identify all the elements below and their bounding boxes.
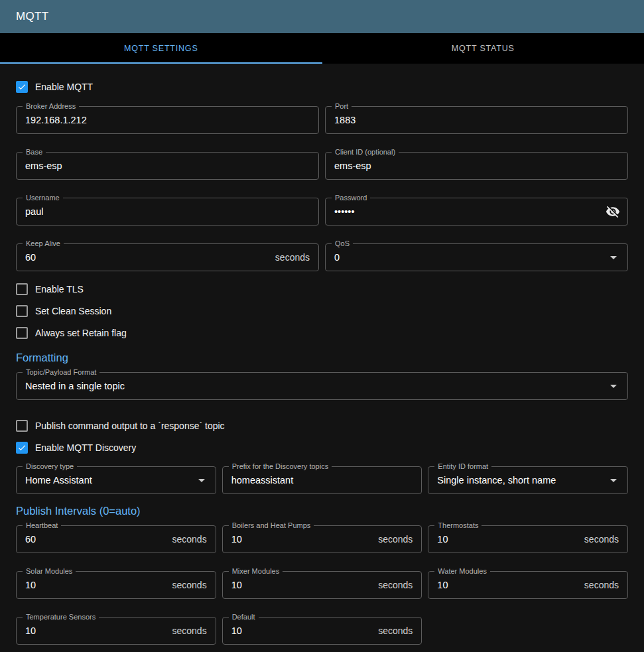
water-interval-field[interactable]: Water Modules seconds xyxy=(428,571,628,599)
row-intervals-2: Solar Modules seconds Mixer Modules seco… xyxy=(16,571,628,599)
keep-alive-field[interactable]: Keep Alive seconds xyxy=(16,243,319,271)
field-label: Topic/Payload Format xyxy=(23,368,99,376)
seconds-adornment: seconds xyxy=(584,580,619,590)
field-label: Keep Alive xyxy=(23,239,64,247)
temperature-sensors-interval-input[interactable] xyxy=(25,625,167,636)
toggle-password-visibility-button[interactable] xyxy=(604,203,621,220)
discovery-prefix-input[interactable] xyxy=(231,475,413,486)
broker-address-field[interactable]: Broker Address xyxy=(16,106,319,134)
mixer-interval-field[interactable]: Mixer Modules seconds xyxy=(222,571,422,599)
checkbox-label: Enable MQTT xyxy=(35,82,93,92)
temperature-sensors-interval-field[interactable]: Temperature Sensors seconds xyxy=(16,617,216,645)
thermostats-interval-input[interactable] xyxy=(437,534,579,545)
seconds-adornment: seconds xyxy=(172,580,207,590)
response-topic-checkbox-row[interactable]: Publish command output to a `response` t… xyxy=(16,415,628,436)
publish-intervals-section-title: Publish Intervals (0=auto) xyxy=(16,505,628,517)
boilers-interval-input[interactable] xyxy=(231,534,373,545)
heartbeat-input[interactable] xyxy=(25,534,167,545)
entity-id-format-select[interactable]: Entity ID format Single instance, short … xyxy=(428,466,628,494)
tab-bar: MQTT SETTINGS MQTT STATUS xyxy=(0,33,644,64)
discovery-prefix-field[interactable]: Prefix for the Discovery topics xyxy=(222,466,422,494)
password-field[interactable]: Password xyxy=(325,198,628,226)
default-interval-field[interactable]: Default seconds xyxy=(222,617,422,645)
seconds-adornment: seconds xyxy=(378,580,413,590)
discovery-type-selected-value: Home Assistant xyxy=(25,475,194,486)
spacer-col xyxy=(428,617,628,645)
row-intervals-3: Temperature Sensors seconds Default seco… xyxy=(16,617,628,645)
client-id-field[interactable]: Client ID (optional) xyxy=(325,152,628,180)
field-label: Thermostats xyxy=(434,521,482,529)
field-label: Mixer Modules xyxy=(229,567,283,575)
checkbox-label: Set Clean Session xyxy=(35,306,111,316)
mixer-interval-input[interactable] xyxy=(231,580,373,590)
field-label: Broker Address xyxy=(23,102,79,110)
row-keepalive-qos: Keep Alive seconds QoS 0 xyxy=(16,243,628,271)
chevron-down-icon xyxy=(606,249,621,265)
heartbeat-field[interactable]: Heartbeat seconds xyxy=(16,525,216,553)
field-label: Heartbeat xyxy=(23,521,61,529)
field-label: Username xyxy=(23,194,63,202)
checkbox-icon[interactable] xyxy=(16,327,28,339)
field-label: Temperature Sensors xyxy=(23,613,99,621)
field-label: Water Modules xyxy=(434,567,490,575)
checkbox-icon[interactable] xyxy=(16,283,28,295)
thermostats-interval-field[interactable]: Thermostats seconds xyxy=(428,525,628,553)
keep-alive-input[interactable] xyxy=(25,252,270,263)
row-username-password: Username Password xyxy=(16,198,628,226)
base-input[interactable] xyxy=(25,161,310,171)
row-base-clientid: Base Client ID (optional) xyxy=(16,152,628,180)
qos-select[interactable]: QoS 0 xyxy=(325,243,628,271)
row-topic-format: Topic/Payload Format Nested in a single … xyxy=(16,372,628,400)
clean-session-checkbox-row[interactable]: Set Clean Session xyxy=(16,300,628,322)
solar-interval-input[interactable] xyxy=(25,580,167,590)
visibility-off-icon xyxy=(606,204,620,219)
checkbox-label: Always set Retain flag xyxy=(35,328,127,338)
field-label: Default xyxy=(229,613,259,621)
entity-id-format-selected-value: Single instance, short name xyxy=(437,475,606,486)
checkbox-label: Publish command output to a `response` t… xyxy=(35,421,225,431)
check-icon xyxy=(17,442,27,453)
password-input[interactable] xyxy=(334,206,604,217)
checkbox-icon[interactable] xyxy=(16,442,28,454)
port-field[interactable]: Port xyxy=(325,106,628,134)
solar-interval-field[interactable]: Solar Modules seconds xyxy=(16,571,216,599)
chevron-down-icon xyxy=(606,472,621,488)
broker-address-input[interactable] xyxy=(25,115,310,125)
enable-tls-checkbox-row[interactable]: Enable TLS xyxy=(16,278,628,300)
field-label: Discovery type xyxy=(23,462,77,470)
topic-format-select[interactable]: Topic/Payload Format Nested in a single … xyxy=(16,372,628,400)
field-label: QoS xyxy=(332,239,353,247)
water-interval-input[interactable] xyxy=(437,580,579,590)
field-label: Prefix for the Discovery topics xyxy=(229,462,332,470)
field-label: Solar Modules xyxy=(23,567,76,575)
tab-mqtt-settings[interactable]: MQTT SETTINGS xyxy=(0,33,322,64)
discovery-type-select[interactable]: Discovery type Home Assistant xyxy=(16,466,216,494)
client-id-input[interactable] xyxy=(334,161,619,171)
checkbox-label: Enable TLS xyxy=(35,284,84,294)
page-title: MQTT xyxy=(16,10,48,23)
seconds-adornment: seconds xyxy=(172,534,207,545)
field-label: Port xyxy=(332,102,352,110)
username-input[interactable] xyxy=(25,206,310,217)
chevron-down-icon xyxy=(606,378,621,394)
enable-mqtt-checkbox-row[interactable]: Enable MQTT xyxy=(16,76,628,98)
checkbox-icon[interactable] xyxy=(16,81,28,93)
default-interval-input[interactable] xyxy=(231,625,373,636)
seconds-adornment: seconds xyxy=(378,625,413,636)
checkbox-icon[interactable] xyxy=(16,305,28,317)
mqtt-discovery-checkbox-row[interactable]: Enable MQTT Discovery xyxy=(16,436,628,458)
retain-flag-checkbox-row[interactable]: Always set Retain flag xyxy=(16,322,628,344)
boilers-interval-field[interactable]: Boilers and Heat Pumps seconds xyxy=(222,525,422,553)
seconds-adornment: seconds xyxy=(275,252,310,263)
field-label: Entity ID format xyxy=(434,462,491,470)
seconds-adornment: seconds xyxy=(584,534,619,545)
base-field[interactable]: Base xyxy=(16,152,319,180)
port-input[interactable] xyxy=(334,115,619,125)
row-intervals-1: Heartbeat seconds Boilers and Heat Pumps… xyxy=(16,525,628,553)
tab-mqtt-status[interactable]: MQTT STATUS xyxy=(322,33,644,64)
field-label: Base xyxy=(23,148,46,156)
check-icon xyxy=(17,82,27,92)
checkbox-icon[interactable] xyxy=(16,420,28,432)
qos-selected-value: 0 xyxy=(334,252,606,263)
username-field[interactable]: Username xyxy=(16,198,319,226)
